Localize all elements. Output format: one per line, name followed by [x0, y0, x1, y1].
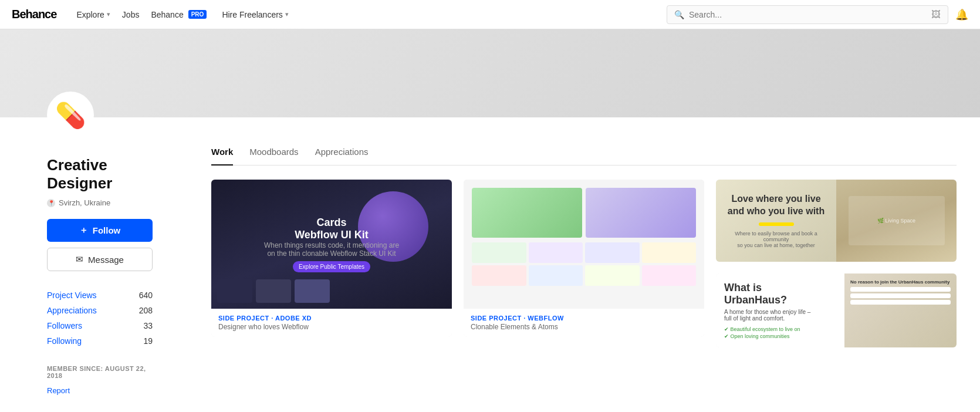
stat-label-0: Project Views — [47, 291, 97, 300]
behance-label: Behance — [151, 10, 183, 19]
urban-img2: No reason to join the UrbanHaus communit… — [844, 273, 957, 347]
explore-chevron: ▾ — [107, 11, 110, 18]
project-title-1: SIDE PROJECT · WEBFLOW — [471, 315, 697, 322]
urban-feat2: ✔ Open loving communities — [724, 333, 836, 339]
project-title-0: SIDE PROJECT · ADOBE XD — [218, 315, 445, 322]
project-info-2b: What isUrbanHaus? A home for those who e… — [716, 273, 844, 347]
tab-appreciations-label: Appreciations — [315, 147, 369, 157]
tab-appreciations[interactable]: Appreciations — [315, 147, 369, 165]
project-card-0[interactable]: CardsWebflow UI Kit When things results … — [211, 180, 452, 337]
cards-right-col: Love where you liveand who you live with… — [716, 180, 957, 347]
stat-followers[interactable]: Followers 33 — [47, 318, 153, 333]
profile-location: 📍 Svirzh, Ukraine — [47, 198, 153, 207]
card3-headline: Love where you liveand who you live with — [728, 193, 824, 218]
hire-chevron: ▾ — [285, 11, 289, 18]
stat-following[interactable]: Following 19 — [47, 333, 153, 349]
stats-table: Project Views 640 Appreciations 208 Foll… — [47, 288, 153, 349]
jobs-label: Jobs — [122, 10, 140, 19]
tabs: Work Moodboards Appreciations — [211, 147, 957, 166]
avatar: 💊 — [47, 92, 94, 139]
profile-name: Creative Designer — [47, 156, 153, 193]
hire-label: Hire Freelancers — [222, 10, 282, 19]
project-thumb-2: Love where you liveand who you live with… — [716, 180, 836, 262]
behance-pro-link[interactable]: Behance PRO — [145, 0, 212, 29]
report-link[interactable]: Report — [47, 386, 153, 395]
notification-icon[interactable]: 🔔 — [955, 8, 968, 21]
navbar: Behance Explore ▾ Jobs Behance PRO Hire … — [0, 0, 980, 29]
project-card-1[interactable]: SIDE PROJECT · WEBFLOW Clonable Elements… — [464, 180, 704, 337]
card1-sub: When things results code, it mentioning … — [264, 241, 399, 258]
card1-title: CardsWebflow UI Kit — [264, 217, 399, 241]
stat-value-0: 640 — [139, 291, 153, 300]
stat-label-3: Following — [47, 336, 82, 346]
project-info-1: SIDE PROJECT · WEBFLOW Clonable Elements… — [464, 309, 704, 337]
urban-title: What isUrbanHaus? — [724, 282, 836, 306]
pro-badge: PRO — [188, 10, 207, 19]
project-subtitle-1: Clonable Elements & Atoms — [471, 323, 697, 331]
jobs-link[interactable]: Jobs — [116, 0, 146, 29]
member-since: MEMBER SINCE: AUGUST 22, 2018 — [47, 365, 153, 379]
stat-appreciations[interactable]: Appreciations 208 — [47, 303, 153, 318]
logo[interactable]: Behance — [12, 8, 56, 21]
message-label: Message — [88, 255, 124, 265]
tab-moodboards[interactable]: Moodboards — [249, 147, 298, 165]
location-text: Svirzh, Ukraine — [59, 198, 110, 207]
tab-moodboards-label: Moodboards — [249, 147, 298, 157]
stat-label-2: Followers — [47, 321, 82, 330]
follow-button[interactable]: ＋ Follow — [47, 219, 153, 242]
project-card-2b[interactable]: What isUrbanHaus? A home for those who e… — [716, 273, 957, 347]
content-area: Work Moodboards Appreciations CardsWebfl… — [200, 147, 980, 412]
project-thumb-2b: 🌿 Living Space — [836, 180, 957, 262]
hire-menu[interactable]: Hire Freelancers ▾ — [216, 0, 294, 29]
urban-feat1: ✔ Beautiful ecosystem to live on — [724, 326, 836, 332]
search-icon: 🔍 — [674, 10, 684, 19]
card1-pill: Explore Public Templates — [293, 261, 370, 272]
project-subtitle-0: Designer who loves Webflow — [218, 323, 445, 331]
urban-sub: A home for those who enjoy life –full of… — [724, 309, 836, 322]
plus-icon: ＋ — [79, 225, 88, 236]
project-info-0: SIDE PROJECT · ADOBE XD Designer who lov… — [211, 309, 452, 337]
message-button[interactable]: ✉ Message — [47, 248, 153, 271]
stat-value-3: 19 — [143, 336, 153, 346]
project-grid: CardsWebflow UI Kit When things results … — [211, 180, 957, 347]
main-layout: Creative Designer 📍 Svirzh, Ukraine ＋ Fo… — [0, 117, 980, 412]
stat-label-1: Appreciations — [47, 306, 97, 315]
follow-label: Follow — [93, 225, 121, 235]
nav-icons: 🔔 — [955, 8, 968, 21]
tab-work-label: Work — [211, 147, 233, 157]
search-input[interactable] — [689, 10, 927, 19]
project-card-3-row — [211, 359, 957, 370]
search-bar: 🔍 🖼 — [667, 5, 948, 24]
card3-sub: Where to easily browse and book a commun… — [724, 231, 828, 248]
explore-menu[interactable]: Explore ▾ — [70, 0, 116, 29]
avatar-image: 💊 — [55, 101, 86, 130]
image-search-icon[interactable]: 🖼 — [931, 9, 941, 20]
cover-banner: 💊 — [0, 29, 980, 117]
message-icon: ✉ — [76, 254, 83, 265]
stat-value-2: 33 — [143, 321, 153, 330]
stat-project-views[interactable]: Project Views 640 — [47, 288, 153, 303]
project-card-2[interactable]: Love where you liveand who you live with… — [716, 180, 957, 262]
sidebar: Creative Designer 📍 Svirzh, Ukraine ＋ Fo… — [0, 147, 200, 412]
explore-label: Explore — [76, 10, 104, 19]
stat-value-1: 208 — [139, 306, 153, 315]
tab-work[interactable]: Work — [211, 147, 233, 165]
project-thumb-1 — [464, 180, 704, 309]
location-icon: 📍 — [47, 199, 55, 207]
project-thumb-0: CardsWebflow UI Kit When things results … — [211, 180, 452, 309]
